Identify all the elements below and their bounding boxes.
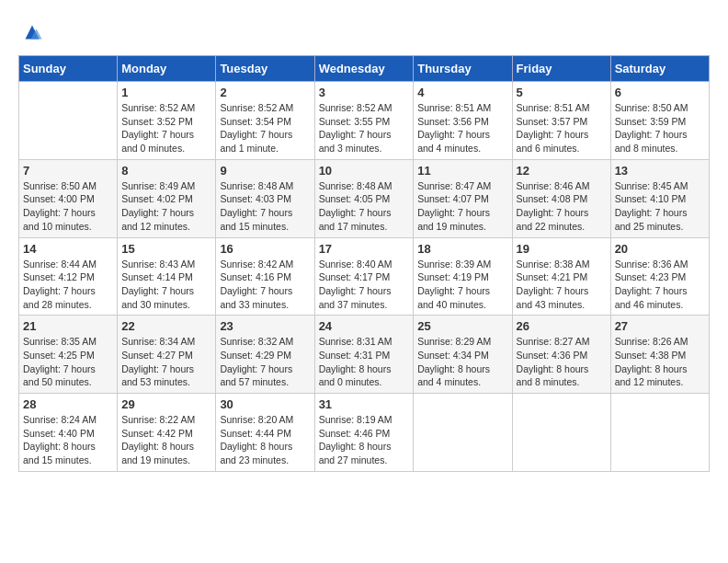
calendar-cell: 5Sunrise: 8:51 AMSunset: 3:57 PMDaylight… [512,82,610,160]
day-number: 24 [319,319,410,333]
day-number: 26 [517,319,607,333]
calendar-week-row: 14Sunrise: 8:44 AMSunset: 4:12 PMDayligh… [19,237,710,316]
weekday-header: Thursday [414,56,512,82]
calendar-cell: 7Sunrise: 8:50 AMSunset: 4:00 PMDaylight… [19,159,118,237]
calendar-cell: 22Sunrise: 8:34 AMSunset: 4:27 PMDayligh… [118,316,216,394]
cell-info: Sunrise: 8:52 AMSunset: 3:55 PMDaylight:… [319,101,410,155]
calendar-week-row: 1Sunrise: 8:52 AMSunset: 3:52 PMDaylight… [19,82,710,160]
calendar-cell: 30Sunrise: 8:20 AMSunset: 4:44 PMDayligh… [216,394,314,472]
cell-info: Sunrise: 8:19 AMSunset: 4:46 PMDaylight:… [319,413,410,467]
calendar-cell: 1Sunrise: 8:52 AMSunset: 3:52 PMDaylight… [118,82,216,160]
weekday-header: Monday [118,56,216,82]
day-number: 13 [615,164,705,178]
cell-info: Sunrise: 8:50 AMSunset: 3:59 PMDaylight:… [615,101,705,155]
calendar-cell: 28Sunrise: 8:24 AMSunset: 4:40 PMDayligh… [19,394,118,472]
cell-info: Sunrise: 8:52 AMSunset: 3:54 PMDaylight:… [220,101,310,155]
cell-info: Sunrise: 8:43 AMSunset: 4:14 PMDaylight:… [121,258,211,312]
cell-info: Sunrise: 8:20 AMSunset: 4:44 PMDaylight:… [220,413,310,467]
cell-info: Sunrise: 8:52 AMSunset: 3:52 PMDaylight:… [121,101,211,155]
cell-info: Sunrise: 8:22 AMSunset: 4:42 PMDaylight:… [121,413,211,467]
calendar-week-row: 7Sunrise: 8:50 AMSunset: 4:00 PMDaylight… [19,159,710,237]
calendar-table: SundayMondayTuesdayWednesdayThursdayFrid… [18,55,710,472]
day-number: 29 [121,397,211,411]
calendar-cell [512,394,610,472]
day-number: 9 [220,164,310,178]
day-number: 10 [319,164,410,178]
cell-info: Sunrise: 8:42 AMSunset: 4:16 PMDaylight:… [220,258,310,312]
calendar-cell: 10Sunrise: 8:48 AMSunset: 4:05 PMDayligh… [314,159,414,237]
calendar-cell: 29Sunrise: 8:22 AMSunset: 4:42 PMDayligh… [118,394,216,472]
day-number: 1 [121,86,211,99]
day-number: 22 [121,319,211,333]
calendar-cell: 20Sunrise: 8:36 AMSunset: 4:23 PMDayligh… [610,237,709,316]
weekday-header: Tuesday [216,56,314,82]
weekday-header: Sunday [19,56,118,82]
calendar-cell: 25Sunrise: 8:29 AMSunset: 4:34 PMDayligh… [414,316,512,394]
logo [18,18,50,46]
cell-info: Sunrise: 8:46 AMSunset: 4:08 PMDaylight:… [517,179,607,234]
day-number: 27 [615,319,705,333]
cell-info: Sunrise: 8:27 AMSunset: 4:36 PMDaylight:… [517,335,607,389]
cell-info: Sunrise: 8:40 AMSunset: 4:17 PMDaylight:… [319,258,410,312]
weekday-header: Wednesday [314,56,414,82]
cell-info: Sunrise: 8:50 AMSunset: 4:00 PMDaylight:… [23,179,113,234]
calendar-cell: 12Sunrise: 8:46 AMSunset: 4:08 PMDayligh… [512,159,610,237]
day-number: 20 [615,242,705,256]
cell-info: Sunrise: 8:32 AMSunset: 4:29 PMDaylight:… [220,335,310,389]
calendar-cell: 13Sunrise: 8:45 AMSunset: 4:10 PMDayligh… [610,159,709,237]
calendar-cell: 15Sunrise: 8:43 AMSunset: 4:14 PMDayligh… [118,237,216,316]
day-number: 2 [220,86,310,99]
calendar-cell: 3Sunrise: 8:52 AMSunset: 3:55 PMDaylight… [314,82,414,160]
calendar-cell: 21Sunrise: 8:35 AMSunset: 4:25 PMDayligh… [19,316,118,394]
cell-info: Sunrise: 8:39 AMSunset: 4:19 PMDaylight:… [417,258,507,312]
day-number: 5 [517,86,607,99]
cell-info: Sunrise: 8:36 AMSunset: 4:23 PMDaylight:… [615,258,705,312]
calendar-cell: 31Sunrise: 8:19 AMSunset: 4:46 PMDayligh… [314,394,414,472]
cell-info: Sunrise: 8:26 AMSunset: 4:38 PMDaylight:… [615,335,705,389]
page-header [18,18,710,46]
day-number: 17 [319,242,410,256]
calendar-week-row: 21Sunrise: 8:35 AMSunset: 4:25 PMDayligh… [19,316,710,394]
day-number: 25 [417,319,507,333]
cell-info: Sunrise: 8:51 AMSunset: 3:56 PMDaylight:… [417,101,507,155]
cell-info: Sunrise: 8:47 AMSunset: 4:07 PMDaylight:… [417,179,507,234]
day-number: 12 [517,164,607,178]
calendar-week-row: 28Sunrise: 8:24 AMSunset: 4:40 PMDayligh… [19,394,710,472]
calendar-cell: 11Sunrise: 8:47 AMSunset: 4:07 PMDayligh… [414,159,512,237]
cell-info: Sunrise: 8:45 AMSunset: 4:10 PMDaylight:… [615,179,705,234]
day-number: 23 [220,319,310,333]
calendar-cell: 27Sunrise: 8:26 AMSunset: 4:38 PMDayligh… [610,316,709,394]
day-number: 7 [23,164,113,178]
calendar-cell: 4Sunrise: 8:51 AMSunset: 3:56 PMDaylight… [414,82,512,160]
calendar-cell: 24Sunrise: 8:31 AMSunset: 4:31 PMDayligh… [314,316,414,394]
calendar-cell: 26Sunrise: 8:27 AMSunset: 4:36 PMDayligh… [512,316,610,394]
day-number: 21 [23,319,113,333]
cell-info: Sunrise: 8:49 AMSunset: 4:02 PMDaylight:… [121,179,211,234]
weekday-header: Saturday [610,56,709,82]
calendar-cell: 17Sunrise: 8:40 AMSunset: 4:17 PMDayligh… [314,237,414,316]
cell-info: Sunrise: 8:34 AMSunset: 4:27 PMDaylight:… [121,335,211,389]
cell-info: Sunrise: 8:48 AMSunset: 4:03 PMDaylight:… [220,179,310,234]
calendar-cell: 6Sunrise: 8:50 AMSunset: 3:59 PMDaylight… [610,82,709,160]
weekday-header-row: SundayMondayTuesdayWednesdayThursdayFrid… [19,56,710,82]
day-number: 15 [121,242,211,256]
cell-info: Sunrise: 8:38 AMSunset: 4:21 PMDaylight:… [517,258,607,312]
calendar-cell: 8Sunrise: 8:49 AMSunset: 4:02 PMDaylight… [118,159,216,237]
calendar-cell: 2Sunrise: 8:52 AMSunset: 3:54 PMDaylight… [216,82,314,160]
day-number: 19 [517,242,607,256]
calendar-cell: 19Sunrise: 8:38 AMSunset: 4:21 PMDayligh… [512,237,610,316]
cell-info: Sunrise: 8:24 AMSunset: 4:40 PMDaylight:… [23,413,113,467]
calendar-cell: 16Sunrise: 8:42 AMSunset: 4:16 PMDayligh… [216,237,314,316]
calendar-cell: 9Sunrise: 8:48 AMSunset: 4:03 PMDaylight… [216,159,314,237]
cell-info: Sunrise: 8:44 AMSunset: 4:12 PMDaylight:… [23,258,113,312]
calendar-cell: 23Sunrise: 8:32 AMSunset: 4:29 PMDayligh… [216,316,314,394]
calendar-cell: 14Sunrise: 8:44 AMSunset: 4:12 PMDayligh… [19,237,118,316]
calendar-cell [610,394,709,472]
calendar-cell [19,82,118,160]
cell-info: Sunrise: 8:31 AMSunset: 4:31 PMDaylight:… [319,335,410,389]
cell-info: Sunrise: 8:48 AMSunset: 4:05 PMDaylight:… [319,179,410,234]
day-number: 31 [319,397,410,411]
cell-info: Sunrise: 8:51 AMSunset: 3:57 PMDaylight:… [517,101,607,155]
logo-icon [18,18,46,46]
day-number: 18 [417,242,507,256]
